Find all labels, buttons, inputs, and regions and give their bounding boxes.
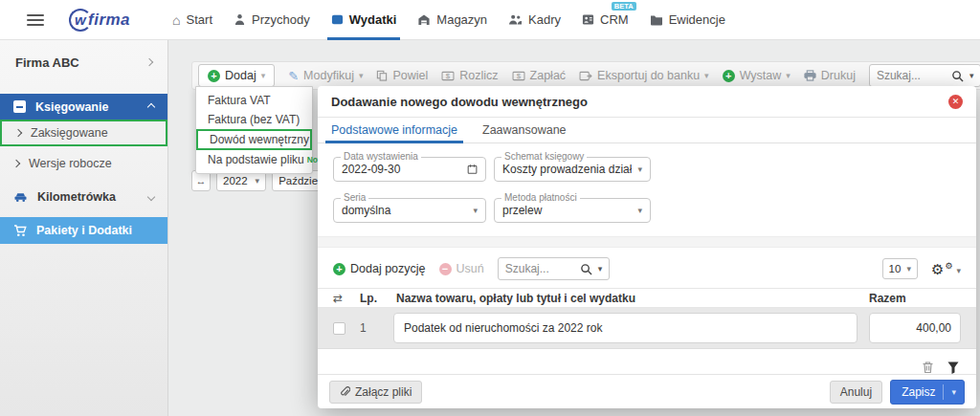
caret-down-icon: ▾ [261,71,266,80]
section-divider [318,236,976,248]
wfirma-logo[interactable]: w firma [69,9,130,32]
row-actions [318,349,976,374]
gear-icon: ⚙ [945,262,952,271]
caret-down-icon[interactable]: ▾ [598,264,603,274]
money-icon: $ [512,71,525,81]
search-icon[interactable] [951,70,964,82]
main-nav: ⌂ Start Przychody Wydatki Magazyn Kadry … [172,0,725,40]
caret-down-icon[interactable]: ▾ [951,387,956,397]
tab-zaawansowane[interactable]: Zaawansowane [482,118,567,142]
sidebar-item-wersje-robocze[interactable]: Wersje robocze [0,150,167,176]
row-number: 1 [357,321,382,335]
add-internal-document-modal: Dodawanie nowego dowodu wewnętrznego ✕ P… [318,86,976,408]
issue-date-field[interactable]: Data wystawienia [333,157,486,182]
sidebar-item-kilometrowka[interactable]: Kilometrówka [0,184,167,209]
nav-item-kadry[interactable]: Kadry [508,0,561,40]
issue-button[interactable]: + Wystaw ▾ [723,69,791,82]
add-button[interactable]: + Dodaj ▾ [198,64,275,87]
nav-item-crm[interactable]: BETA CRM [582,0,629,40]
cancel-button[interactable]: Anuluj [830,381,882,404]
copy-icon [376,70,388,81]
plus-circle-icon: + [333,263,345,275]
nav-item-ewidencje[interactable]: Ewidencje [650,0,725,40]
nav-item-wydatki[interactable]: Wydatki [331,0,397,40]
menu-item-faktura-bez-vat[interactable]: Faktura (bez VAT) [196,110,312,129]
caret-down-icon[interactable]: ▾ [969,71,974,80]
accounting-schema-select[interactable]: Schemat księgowy Koszty prowadzenia dzia… [494,157,651,182]
export-to-bank-button[interactable]: Eksportuj do banku ▾ [579,69,709,82]
item-total-input[interactable] [869,313,961,343]
attach-files-button[interactable]: Załącz pliki [329,381,422,404]
nav-item-magazyn[interactable]: Magazyn [417,0,487,40]
caret-down-icon: ▾ [637,206,642,215]
svg-text:$: $ [446,72,451,80]
plus-circle-icon: + [208,70,220,82]
menu-item-na-podstawie-pliku[interactable]: Na podstawie pliku Nowość [196,150,312,169]
add-position-button[interactable]: + Dodaj pozycję [333,262,426,275]
filter-icon[interactable] [947,361,959,374]
car-icon [13,191,28,203]
sidebar-item-ksiegowanie[interactable]: Księgowanie [0,94,167,120]
folder-icon [650,14,663,26]
printer-icon [804,70,816,81]
warehouse-icon [417,13,431,26]
chevron-up-icon [147,102,155,110]
caret-down-icon: ▾ [256,176,260,186]
search-icon[interactable] [580,263,592,275]
print-button[interactable]: Drukuj [804,69,856,82]
reorder-icon[interactable]: ⇄ [333,292,348,305]
trash-icon[interactable] [922,361,934,374]
items-search-input[interactable] [505,262,574,275]
sidebar-item-zaksiegowane[interactable]: Zaksięgowane [0,120,167,146]
list-search: ▾ [869,64,980,87]
sidebar: Firma ABC Księgowanie Zaksięgowane Wersj… [0,40,168,416]
item-name-input[interactable] [393,313,858,343]
settle-button[interactable]: $ Rozlicz [441,69,498,82]
payment-method-select[interactable]: Metoda płatności przelew ▾ [494,198,651,223]
items-search: ▾ [498,257,611,280]
pay-button[interactable]: $ Zapłać [512,69,567,82]
plus-circle-icon: + [723,70,735,82]
chevron-down-icon [147,192,155,200]
accounting-icon [13,100,26,113]
svg-text:$: $ [516,72,521,80]
export-icon [579,71,592,81]
caret-down-icon: ▾ [473,206,478,215]
chevron-right-icon [12,159,20,166]
modal-footer: Załącz pliki Anuluj Zapisz ▾ [318,374,976,408]
modify-button[interactable]: ✎ Modyfikuj ▾ [288,69,363,83]
logo-text: firma [88,11,130,30]
caret-down-icon: ▾ [956,266,961,275]
row-checkbox[interactable] [333,322,345,335]
nav-item-start[interactable]: ⌂ Start [172,0,212,40]
company-selector[interactable]: Firma ABC [0,46,167,78]
modal-title: Dodawanie nowego dowodu wewnętrznego [331,95,588,109]
paperclip-icon [340,386,350,398]
series-select[interactable]: Seria domyślna ▾ [333,198,486,223]
sidebar-item-pakiety[interactable]: Pakiety i Dodatki [0,217,167,244]
duplicate-button[interactable]: Powiel [376,69,428,82]
hamburger-menu-icon[interactable] [27,11,44,29]
caret-down-icon: ▾ [704,71,709,80]
nav-item-przychody[interactable]: Przychody [234,0,310,40]
expenses-icon [331,13,344,26]
close-icon[interactable]: ✕ [948,95,963,109]
menu-item-dowod-wewnetrzny[interactable]: Dowód wewnętrzny [196,129,312,150]
table-settings-button[interactable]: ⚙⚙ ▾ [931,262,961,276]
page-size-select[interactable]: 10 ▾ [882,258,918,279]
caret-down-icon: ▾ [637,164,642,174]
save-button[interactable]: Zapisz ▾ [890,380,965,405]
list-search-input[interactable] [877,69,946,82]
remove-position-button[interactable]: − Usuń [439,262,484,275]
top-navbar: w firma ⌂ Start Przychody Wydatki Magazy… [0,0,980,40]
issue-date-input[interactable] [342,163,467,176]
modal-form: Data wystawienia Schemat księgowy Koszty… [318,143,976,236]
money-icon: $ [441,71,455,81]
items-table-header: ⇄ Lp. Nazwa towaru, opłaty lub tytuł i c… [318,288,976,308]
chevron-right-icon [145,58,153,66]
tab-podstawowe-informacje[interactable]: Podstawowe informacje [331,118,457,142]
calendar-icon[interactable] [467,164,478,175]
caret-down-icon: ▾ [786,71,791,80]
beta-badge: BETA [612,2,636,11]
menu-item-faktura-vat[interactable]: Faktura VAT [196,91,312,110]
